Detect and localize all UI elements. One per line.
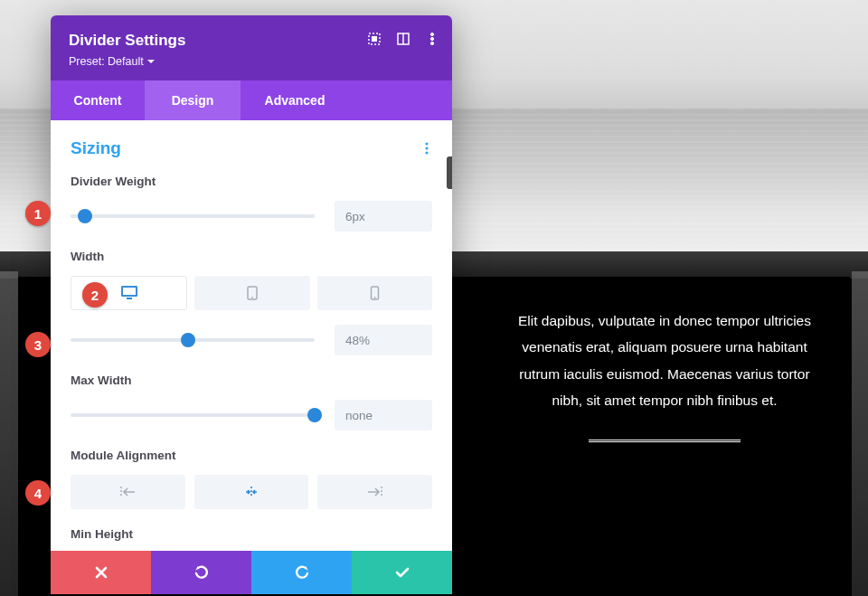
align-right[interactable] [317,475,432,509]
device-tab-tablet[interactable] [194,276,309,310]
section-title-text: Sizing [71,138,121,158]
device-tabs [71,276,432,310]
width-value[interactable]: 48% [335,325,432,355]
callout-2: 2 [82,282,108,307]
field-min-height: Min Height [71,527,432,541]
svg-point-9 [425,151,428,154]
cancel-button[interactable] [51,551,151,594]
align-left[interactable] [71,475,185,509]
divider-weight-value[interactable]: 6px [335,201,432,232]
preview-text: Elit dapibus, vulputate in donec tempor … [511,307,818,414]
panel-body: Sizing Divider Weight 6px Width [51,120,452,545]
module-alignment-label: Module Alignment [71,449,432,462]
field-divider-weight: Divider Weight 6px [71,175,432,232]
divider-preview [589,440,741,445]
header-icons [367,32,439,46]
scrollbar-thumb[interactable] [447,156,452,189]
callout-1: 1 [25,201,51,226]
slider-thumb[interactable] [307,408,322,422]
tab-design[interactable]: Design [145,80,241,120]
callout-4: 4 [25,480,51,506]
svg-point-6 [430,42,433,44]
expand-icon[interactable] [367,32,382,46]
section-heading[interactable]: Sizing [71,138,432,158]
divider-weight-slider[interactable] [71,207,315,225]
tab-content[interactable]: Content [51,80,145,120]
undo-icon [194,565,209,580]
width-slider[interactable] [71,331,315,349]
slider-thumb[interactable] [78,209,92,223]
svg-point-4 [430,33,433,35]
kebab-menu-icon[interactable] [425,32,439,46]
min-height-label: Min Height [71,527,432,541]
svg-rect-12 [127,298,132,299]
callout-3: 3 [25,332,51,357]
save-button[interactable] [352,551,452,594]
bg-side-left [0,271,18,596]
preview-card: Elit dapibus, vulputate in donec tempor … [511,307,818,445]
tab-advanced[interactable]: Advanced [241,80,349,120]
close-icon [95,566,108,579]
svg-point-14 [251,297,253,298]
field-max-width: Max Width none [71,374,432,430]
columns-icon[interactable] [396,32,410,46]
align-center[interactable] [194,475,309,509]
divider-weight-label: Divider Weight [71,175,432,188]
tab-bar: Content Design Advanced [51,80,452,120]
undo-button[interactable] [151,551,251,594]
bg-side-right [852,271,868,596]
svg-point-5 [430,37,433,40]
redo-icon [295,565,309,580]
preset-label: Preset: Default [69,55,144,68]
field-width: Width 48% [71,250,432,355]
redo-button[interactable] [251,551,352,594]
width-label: Width [71,250,432,263]
section-menu-icon[interactable] [421,138,432,158]
field-module-alignment: Module Alignment [71,449,432,509]
alignment-tabs [71,475,432,509]
slider-thumb[interactable] [181,333,195,347]
settings-panel: Divider Settings Preset: Default Content… [51,15,452,594]
check-icon [395,566,410,579]
caret-down-icon [147,58,155,65]
svg-point-7 [425,142,428,145]
panel-header: Divider Settings Preset: Default [51,15,452,80]
svg-point-16 [373,297,375,298]
device-tab-phone[interactable] [317,276,432,310]
panel-footer [51,551,452,594]
preset-selector[interactable]: Preset: Default [69,55,434,68]
svg-rect-1 [373,37,377,42]
svg-point-8 [425,147,428,149]
max-width-value[interactable]: none [335,400,432,430]
max-width-slider[interactable] [71,406,315,424]
max-width-label: Max Width [71,374,432,387]
